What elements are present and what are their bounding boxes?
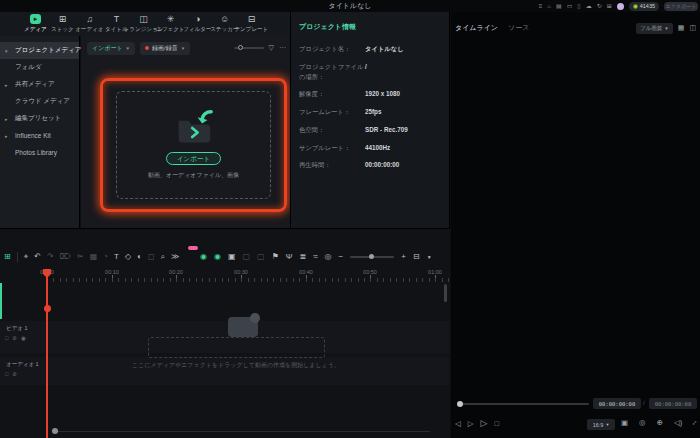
sidebar-item-shared-media[interactable]: ▸ 共有メディア (0, 76, 79, 93)
previous-frame-button[interactable]: ◁ (455, 419, 461, 428)
delete-icon[interactable]: ⌦ (60, 253, 71, 261)
tab-transition[interactable]: ◫ トランジション (130, 12, 157, 36)
preview-seekbar[interactable] (457, 403, 589, 405)
timeline-ruler[interactable]: 00:00 00:10 00:20 00:30 00:40 00:50 01:0… (0, 269, 450, 283)
points-badge[interactable]: 41435 (629, 2, 659, 11)
snapshot-icon[interactable]: ◎ (639, 418, 646, 427)
import-button[interactable]: インポート (166, 152, 221, 166)
thumbnail-zoom-slider[interactable] (234, 47, 264, 49)
screen-record-icon[interactable]: ◎ (325, 253, 332, 261)
next-frame-button[interactable]: ▷ (468, 419, 474, 428)
tab-media[interactable]: ▸ メディア (22, 12, 49, 36)
user-avatar[interactable] (617, 3, 624, 10)
keyframe-icon[interactable]: ◇ (125, 253, 131, 261)
display-icon[interactable]: ▭ (567, 3, 573, 9)
track-mute-icon[interactable]: ⊘ (12, 335, 17, 341)
audio-icon: ♫ (86, 14, 93, 24)
sidebar-item-project-media[interactable]: ▾ プロジェクトメディア (0, 42, 79, 59)
track-size-icon[interactable]: ⊟ (413, 253, 420, 261)
ghost-clip-dot (250, 313, 260, 323)
voice-changer-icon[interactable]: ◉ (200, 253, 207, 261)
filter-icon[interactable]: ▽ (269, 44, 274, 52)
smart-cut-icon[interactable]: ◉ (214, 253, 221, 261)
horizontal-scrollbar[interactable] (54, 431, 430, 432)
project-info-title: プロジェクト情報 (299, 22, 356, 32)
sidebar-item-cloud-media[interactable]: クラウド メディア (0, 93, 79, 110)
more-tools-icon[interactable]: ≫ (171, 253, 179, 261)
text-tool-icon[interactable]: T (114, 253, 119, 261)
track-hide-icon[interactable]: ◉ (21, 335, 26, 341)
track-lock-icon[interactable]: □ (5, 371, 8, 377)
audio-wave-icon[interactable]: ≈ (313, 253, 317, 261)
sidebar-item-edit-presets[interactable]: ▸ 編集プリセット (0, 110, 79, 127)
detach-window-icon[interactable]: ◫ (689, 24, 696, 32)
horizontal-scrollbar-handle[interactable] (52, 428, 58, 434)
color-correction-icon[interactable]: ◐ (137, 253, 142, 261)
apps-icon[interactable]: ⊞ (607, 3, 612, 9)
new-feature-badge (188, 246, 198, 250)
total-timecode: 00:00:00:00 (649, 398, 697, 409)
phone-icon[interactable]: ▯ (577, 3, 580, 9)
chevron-down-icon[interactable]: ▼ (427, 255, 432, 260)
speaker-icon[interactable]: ◁) (674, 418, 682, 427)
import-folder-icon (171, 110, 217, 146)
media-library-icon[interactable]: ▤ (556, 3, 562, 9)
import-dropzone[interactable]: インポート 動画、オーディオファイル、画像 (116, 91, 271, 199)
redo-icon[interactable]: ↷ (47, 253, 54, 261)
vertical-scrollbar[interactable] (444, 284, 447, 302)
zoom-tool-icon[interactable]: ⌕ (161, 253, 165, 261)
play-button[interactable]: ▷ (481, 418, 488, 428)
marker-icon[interactable]: ⚑ (272, 253, 279, 261)
mask-icon[interactable]: ◻ (148, 253, 155, 261)
webcam-icon[interactable]: ▣ (228, 253, 236, 261)
manage-tracks-icon[interactable]: ⊞ (4, 253, 11, 261)
render-preview-icon[interactable]: ▣ (621, 418, 628, 427)
track-mute-icon[interactable]: ⊘ (12, 371, 17, 377)
crop-icon[interactable]: ▦ (90, 253, 98, 261)
microphone-icon[interactable]: Ψ (286, 253, 293, 261)
grid-view-icon[interactable]: ▦ (678, 24, 685, 32)
sync-icon[interactable]: ↻ (597, 3, 602, 9)
playhead-line[interactable] (46, 269, 48, 438)
timeline-panel: ⊞ ⌖ ↶ ↷ ⌦ ✂ ▦ ◔ T ◇ ◐ ◻ ⌕ ≫ ◉ ◉ ▣ ▢ ▢ ⚑ … (0, 228, 450, 438)
stop-button[interactable]: □ (494, 419, 499, 428)
audio-mixer-icon[interactable]: ≣ (300, 253, 307, 261)
export-button[interactable]: エクスポート (664, 2, 698, 11)
zoom-slider-handle[interactable] (369, 254, 374, 259)
quality-dropdown[interactable]: フル画質 ▼ (636, 23, 673, 34)
timeline-dropzone[interactable] (148, 337, 325, 358)
playhead-knob[interactable] (44, 305, 51, 312)
filters-icon: ◑ (195, 14, 200, 24)
tab-templates[interactable]: ⊟ テンプレート (238, 12, 265, 36)
print-icon[interactable]: ≡ (539, 3, 543, 9)
mark-icon[interactable]: ⊕ (657, 418, 663, 427)
tab-filters[interactable]: ◑ フィルター (184, 12, 211, 36)
preview-tab-timeline[interactable]: タイムライン (455, 23, 498, 33)
import-dropdown[interactable]: インポート ▼ (87, 42, 135, 55)
preview-tab-source[interactable]: ソース (508, 23, 529, 33)
preview-panel: タイムライン ソース フル画質 ▼ ▦ ◫ 00:00:00:00 / 00:0… (451, 12, 700, 438)
sidebar-item-influence-kit[interactable]: ▸ Influence Kit (0, 127, 79, 144)
split-icon[interactable]: ✂ (77, 253, 84, 261)
speed-icon[interactable]: ◔ (103, 253, 108, 261)
sidebar-item-photos-library[interactable]: Photos Library (0, 144, 79, 161)
more-options-icon[interactable]: ⋯ (279, 44, 286, 52)
tab-stock[interactable]: ⊞ ストック (49, 12, 76, 36)
cloud-icon[interactable]: ☁ (586, 3, 592, 9)
record-dropdown[interactable]: 録画/録音 ▼ (140, 42, 190, 55)
select-tool-icon[interactable]: ⌖ (24, 253, 29, 261)
zoom-out-icon[interactable]: − (339, 253, 344, 261)
tab-effects[interactable]: ✳ エフェクト (157, 12, 184, 36)
track-lock-icon[interactable]: □ (5, 335, 8, 341)
undo-icon[interactable]: ↶ (34, 253, 41, 261)
seekbar-handle[interactable] (457, 401, 463, 407)
fullscreen-icon[interactable]: ↕ (691, 418, 700, 427)
tab-audio[interactable]: ♫ オーディオ (76, 12, 103, 36)
share-icon[interactable]: ⌂ (547, 3, 551, 9)
project-path-row: プロジェクトファイルの場所： / (299, 62, 443, 82)
timeline-zoom-slider[interactable] (350, 256, 394, 258)
aspect-ratio-dropdown[interactable]: 16:9 ▼ (587, 419, 615, 430)
track-accent-bar (0, 283, 2, 319)
zoom-in-icon[interactable]: + (401, 253, 406, 261)
sidebar-item-folder[interactable]: フォルダ (0, 59, 79, 76)
